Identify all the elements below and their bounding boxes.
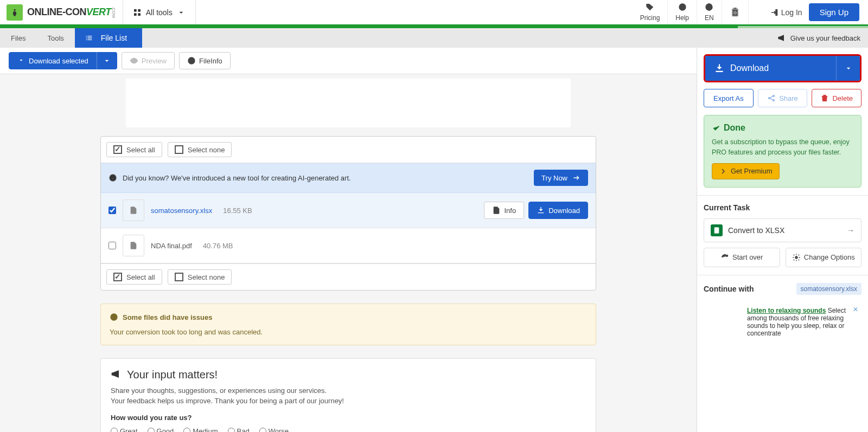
svg-rect-2 [138, 9, 141, 12]
file-info-icon [492, 206, 501, 215]
rating-option[interactable]: Medium [183, 427, 218, 432]
clipboard-button[interactable] [722, 0, 749, 24]
feedback-box: Your input matters! Share your thoughts,… [100, 358, 596, 432]
download-selected-dropdown[interactable] [97, 52, 117, 69]
change-options-button[interactable]: Change Options [786, 248, 862, 267]
file-name[interactable]: NDA final.pdf [151, 242, 192, 250]
rating-option[interactable]: Good [148, 427, 174, 432]
warning-icon [110, 313, 118, 321]
download-highlight: Download [704, 54, 861, 82]
select-none-top[interactable]: Select none [168, 142, 232, 157]
continue-file-chip[interactable]: somatosensory.xlsx [796, 283, 861, 295]
issues-message: Your conversion took too long and was ca… [110, 328, 587, 336]
done-box: Done Get a subscription to bypass the qu… [704, 115, 861, 188]
file-size: 16.55 KB [223, 207, 252, 215]
select-all-top[interactable]: Select all [106, 142, 162, 157]
svg-point-5 [648, 5, 649, 6]
xlsx-icon [711, 224, 723, 236]
try-now-button[interactable]: Try Now [534, 170, 588, 186]
clipboard-icon [730, 7, 741, 18]
tab-tools[interactable]: Tools [36, 28, 74, 48]
globe-icon [705, 3, 713, 13]
feedback-link[interactable]: Give us your feedback [777, 28, 860, 48]
ad-close-icon[interactable]: ✕ [853, 306, 858, 313]
logo-text: ONLINE-CONVERT [27, 7, 111, 18]
svg-point-19 [773, 100, 775, 101]
list-icon [85, 34, 93, 42]
checkbox-checked-icon [113, 273, 122, 281]
rating-option[interactable]: Bad [228, 427, 250, 432]
arrow-right-icon [572, 173, 580, 182]
signup-button[interactable]: Sign Up [809, 3, 859, 21]
sidebar: Download Export As Share Delete Done [697, 48, 868, 432]
file-icon [123, 199, 144, 221]
tab-file-list[interactable]: File List [75, 28, 142, 48]
download-icon [17, 56, 25, 65]
megaphone-icon [777, 34, 786, 42]
continue-with-title: Continue with [704, 285, 754, 293]
help-link[interactable]: Help [668, 0, 697, 24]
eye-icon [130, 56, 138, 65]
info-banner: Did you know? We've introduced a new too… [101, 163, 596, 193]
tabs-bar: Files Tools File List Give us your feedb… [0, 28, 868, 48]
login-link[interactable]: Log In [770, 8, 802, 17]
file-size: 40.76 MB [203, 242, 233, 250]
row-checkbox[interactable] [108, 242, 116, 249]
main-content: Download selected Preview FileInfo Selec… [0, 48, 697, 432]
share-icon [767, 94, 776, 102]
rating-option[interactable]: Worse [259, 427, 289, 432]
download-button[interactable]: Download [705, 63, 836, 74]
tag-icon [646, 3, 654, 13]
download-icon [714, 63, 725, 74]
file-icon [123, 235, 144, 256]
all-tools-dropdown[interactable]: All tools [123, 0, 196, 24]
language-switcher[interactable]: EN [697, 0, 722, 24]
select-all-bottom[interactable]: Select all [106, 269, 162, 285]
ad-placeholder [126, 79, 571, 127]
chevron-right-icon [719, 167, 727, 176]
chevron-down-icon [844, 64, 853, 73]
file-row: NDA final.pdf 40.76 MB [101, 228, 596, 263]
settings-icon [792, 253, 801, 262]
rating-option[interactable]: Great [111, 427, 138, 432]
current-task-title: Current Task [704, 203, 861, 212]
svg-point-0 [14, 9, 15, 10]
svg-rect-11 [733, 8, 736, 9]
file-row: somatosensory.xlsx 16.55 KB Info Downloa… [101, 193, 596, 228]
tab-files[interactable]: Files [0, 28, 36, 48]
refresh-icon [720, 253, 729, 262]
all-tools-label: All tools [146, 8, 173, 17]
select-none-bottom[interactable]: Select none [168, 269, 232, 285]
fileinfo-button[interactable]: FileInfo [179, 52, 231, 69]
svg-point-22 [795, 256, 797, 259]
pricing-link[interactable]: Pricing [633, 0, 668, 24]
svg-point-18 [773, 95, 775, 97]
file-info-button[interactable]: Info [484, 202, 524, 219]
file-list-panel: Select all Select none Did you know? We'… [100, 136, 596, 291]
download-dropdown[interactable] [836, 56, 860, 81]
svg-point-17 [769, 98, 770, 99]
file-download-button[interactable]: Download [528, 202, 588, 219]
info-icon [108, 173, 117, 182]
export-as-button[interactable]: Export As [704, 89, 754, 107]
megaphone-icon [111, 369, 122, 379]
get-premium-button[interactable]: Get Premium [712, 163, 780, 179]
share-button[interactable]: Share [758, 89, 808, 107]
rating-options: Great Good Medium Bad Worse [111, 427, 586, 432]
preview-button[interactable]: Preview [122, 52, 175, 69]
header: ONLINE-CONVERT .COM All tools Pricing He… [0, 0, 868, 26]
info-icon [187, 56, 196, 65]
delete-button[interactable]: Delete [812, 89, 861, 107]
logo-com: .COM [111, 7, 116, 18]
ad-title[interactable]: Listen to relaxing sounds [747, 307, 826, 314]
chevron-down-icon [103, 56, 111, 65]
logo[interactable]: ONLINE-CONVERT .COM [0, 4, 123, 21]
svg-rect-1 [134, 9, 137, 12]
task-convert-xlsx[interactable]: Convert to XLSX → [704, 218, 861, 242]
file-name[interactable]: somatosensory.xlsx [151, 207, 212, 215]
download-selected-button[interactable]: Download selected [9, 52, 97, 69]
row-checkbox[interactable] [108, 207, 116, 214]
help-icon [678, 3, 687, 13]
svg-rect-20 [714, 227, 719, 233]
start-over-button[interactable]: Start over [704, 248, 780, 267]
